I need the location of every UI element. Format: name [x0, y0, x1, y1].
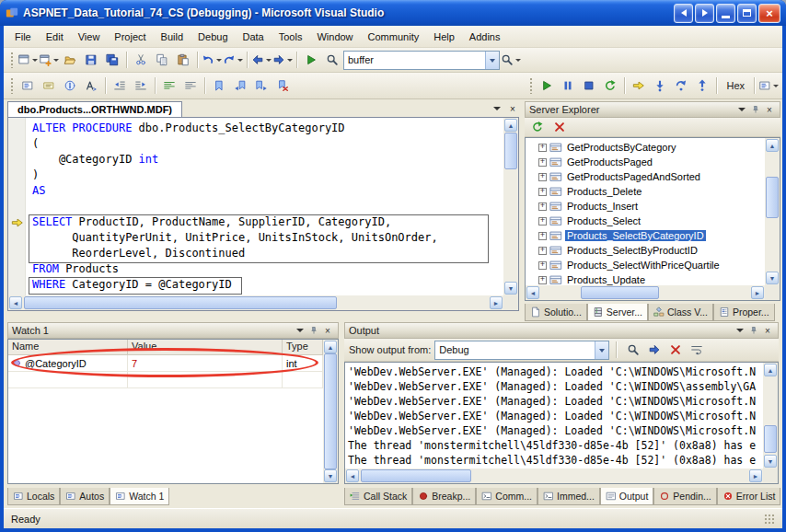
tab-output[interactable]: Output	[600, 488, 654, 505]
find-message-button[interactable]	[623, 340, 643, 360]
editor-vertical-scrollbar[interactable]: ▲ ▼	[503, 118, 518, 295]
watch-vertical-scrollbar[interactable]: ▲ ▼	[323, 340, 338, 483]
watch-grid[interactable]: NameValueType @CategoryID7int ▲ ▼	[7, 339, 339, 484]
resize-grip[interactable]	[763, 513, 775, 525]
cut-button[interactable]	[131, 50, 151, 70]
word-wrap-button[interactable]	[687, 340, 707, 360]
window-position-button[interactable]	[294, 324, 306, 337]
watch-empty-row[interactable]	[8, 372, 323, 388]
clear-bookmarks-button[interactable]	[272, 75, 293, 96]
window-position-button[interactable]	[735, 103, 748, 116]
step-into-button[interactable]	[650, 75, 670, 96]
scroll-down-button[interactable]: ▼	[324, 469, 337, 482]
scroll-thumb[interactable]	[24, 296, 337, 309]
document-list-button[interactable]	[491, 102, 503, 115]
scroll-thumb[interactable]	[764, 425, 777, 453]
scroll-down-button[interactable]: ▼	[766, 272, 779, 284]
tab-class-v[interactable]: Class V...	[648, 304, 713, 321]
tab-server[interactable]: Server...	[587, 304, 648, 321]
output-textbox[interactable]: 'WebDev.WebServer.EXE' (Managed): Loaded…	[344, 362, 779, 484]
combo-dropdown-button[interactable]	[485, 52, 499, 69]
scroll-down-button[interactable]: ▼	[764, 455, 777, 468]
toolbar-grip[interactable]	[529, 77, 533, 94]
editor-horizontal-scrollbar[interactable]: ◄ ►	[8, 295, 503, 310]
watch-column-type[interactable]: Type	[283, 340, 323, 354]
toolbar-grip[interactable]	[10, 77, 14, 94]
word-completion-button[interactable]	[81, 75, 101, 96]
server-explorer-tree[interactable]: +GetProductsByCategory+GetProductsPaged+…	[525, 137, 780, 301]
stop-refresh-button[interactable]	[549, 117, 570, 137]
expand-icon[interactable]: +	[538, 158, 547, 167]
previous-bookmark-button[interactable]	[230, 75, 250, 96]
close-button[interactable]: ×	[321, 324, 334, 337]
tree-item[interactable]: +Products_SelectByCategoryID	[526, 228, 765, 243]
scroll-left-button[interactable]: ◄	[526, 286, 539, 299]
nav-left-button[interactable]	[674, 4, 693, 23]
tree-vertical-scrollbar[interactable]: ▲ ▼	[765, 138, 780, 285]
scroll-left-button[interactable]: ◄	[9, 296, 22, 309]
output-horizontal-scrollbar[interactable]: ◄ ►	[345, 468, 763, 483]
close-button[interactable]: ×	[763, 103, 776, 116]
menu-data[interactable]: Data	[236, 29, 272, 45]
parameter-info-button[interactable]	[39, 75, 59, 96]
go-to-message-button[interactable]	[644, 340, 665, 360]
find-options-button[interactable]	[501, 50, 521, 70]
expand-icon[interactable]: +	[538, 247, 547, 255]
scroll-thumb[interactable]	[581, 286, 659, 299]
stop-debugging-button[interactable]	[579, 75, 599, 96]
server-explorer-title-bar[interactable]: Server Explorer ×	[525, 101, 780, 118]
tab-proper[interactable]: Proper...	[713, 304, 775, 321]
tree-item[interactable]: +Products_Select	[526, 214, 765, 228]
document-tab[interactable]: dbo.Products...ORTHWND.MDF)	[7, 101, 182, 117]
auto-hide-button[interactable]	[749, 103, 762, 116]
menu-view[interactable]: View	[71, 29, 108, 45]
refresh-button[interactable]	[527, 117, 548, 137]
nav-right-button[interactable]	[695, 4, 714, 23]
menu-edit[interactable]: Edit	[39, 29, 71, 45]
scroll-up-button[interactable]: ▲	[766, 139, 779, 152]
scroll-up-button[interactable]: ▲	[324, 341, 337, 353]
output-source-combo[interactable]: Debug	[434, 341, 609, 360]
menu-debug[interactable]: Debug	[191, 29, 235, 45]
tab-immed[interactable]: Immed...	[537, 488, 600, 505]
window-position-button[interactable]	[734, 324, 746, 337]
scroll-up-button[interactable]: ▲	[504, 119, 517, 132]
decrease-indent-button[interactable]	[110, 75, 130, 96]
output-title-bar[interactable]: Output ×	[344, 322, 779, 339]
clear-all-button[interactable]	[665, 340, 686, 360]
tree-item[interactable]: +Products_Update	[526, 272, 765, 285]
restore-button[interactable]	[737, 4, 757, 23]
expand-icon[interactable]: +	[538, 276, 547, 284]
quick-info-button[interactable]	[60, 75, 80, 96]
tree-item[interactable]: +GetProductsPagedAndSorted	[526, 169, 765, 184]
tab-call-stack[interactable]: Call Stack	[344, 488, 412, 505]
watch-column-value[interactable]: Value	[128, 340, 283, 354]
toolbar-grip[interactable]	[10, 52, 14, 68]
increase-indent-button[interactable]	[131, 75, 151, 96]
watch-column-name[interactable]: Name	[8, 340, 128, 354]
redo-button[interactable]	[223, 50, 243, 70]
memory-window-button[interactable]	[758, 75, 779, 96]
editor-indicator-margin[interactable]	[8, 118, 26, 295]
menu-community[interactable]: Community	[361, 29, 427, 45]
find-button[interactable]	[322, 50, 342, 70]
title-bar[interactable]: ASPNET_Data_Tutorial_74_CS (Debugging) -…	[0, 0, 786, 26]
tree-item[interactable]: +GetProductsByCategory	[526, 140, 765, 155]
add-item-button[interactable]	[39, 50, 59, 70]
tab-autos[interactable]: Autos	[60, 488, 110, 505]
tab-pendin[interactable]: Pendin...	[653, 488, 716, 505]
comment-selection-button[interactable]	[159, 75, 179, 96]
open-file-button[interactable]	[60, 50, 80, 70]
scroll-thumb[interactable]	[766, 177, 779, 218]
expand-icon[interactable]: +	[538, 202, 547, 211]
scroll-right-button[interactable]: ►	[749, 469, 762, 482]
scroll-up-button[interactable]: ▲	[764, 364, 777, 376]
expand-icon[interactable]: +	[538, 144, 547, 152]
output-vertical-scrollbar[interactable]: ▲ ▼	[763, 363, 778, 468]
step-over-button[interactable]	[671, 75, 691, 96]
next-bookmark-button[interactable]	[251, 75, 272, 96]
auto-hide-button[interactable]	[747, 324, 760, 337]
menu-project[interactable]: Project	[107, 29, 153, 45]
paste-button[interactable]	[173, 50, 193, 70]
minimize-button[interactable]	[716, 4, 735, 23]
